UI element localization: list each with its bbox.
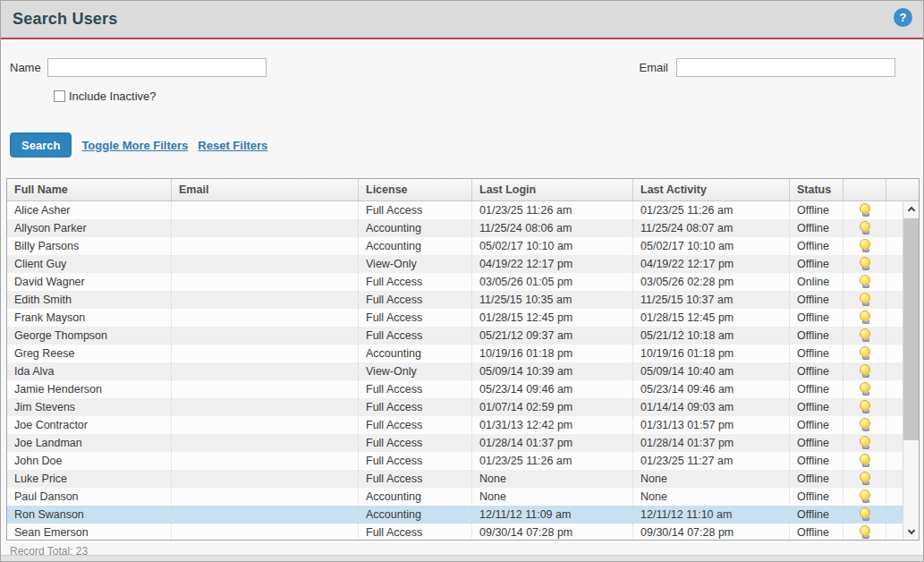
cell-full-name: Joe Contractor — [7, 416, 172, 434]
lightbulb-icon[interactable] — [860, 364, 870, 375]
cell-last-activity: 03/05/26 02:28 pm — [633, 273, 790, 291]
table-row[interactable]: Allyson ParkerAccounting11/25/24 08:06 a… — [7, 219, 919, 237]
table-row[interactable]: Joe ContractorFull Access01/31/13 12:42 … — [7, 416, 919, 434]
table-row[interactable]: Frank MaysonFull Access01/28/15 12:45 pm… — [7, 309, 919, 327]
column-header-license[interactable]: License — [359, 179, 472, 200]
cell-last-activity: None — [633, 488, 790, 506]
column-header-last-activity[interactable]: Last Activity — [633, 179, 790, 200]
toggle-more-filters-link[interactable]: Toggle More Filters — [81, 139, 188, 152]
cell-full-name: Edith Smith — [7, 291, 172, 309]
cell-license: Accounting — [359, 345, 472, 362]
lightbulb-icon[interactable] — [860, 257, 870, 268]
scroll-up-button[interactable] — [903, 201, 919, 217]
table-row[interactable]: Edith SmithFull Access11/25/15 10:35 am1… — [7, 291, 919, 309]
lightbulb-icon[interactable] — [860, 490, 870, 500]
users-table: Full Name Email License Last Login Last … — [6, 178, 920, 541]
column-header-status[interactable]: Status — [790, 179, 843, 200]
lightbulb-icon[interactable] — [860, 525, 870, 536]
cell-license: Full Access — [359, 327, 472, 345]
cell-full-name: David Wagner — [7, 273, 172, 291]
cell-icon — [843, 273, 886, 291]
cell-icon — [843, 345, 886, 362]
column-header-full-name[interactable]: Full Name — [7, 179, 172, 200]
cell-last-activity: 01/31/13 01:57 pm — [633, 416, 790, 434]
table-row[interactable]: Client GuyView-Only04/19/22 12:17 pm04/1… — [7, 255, 919, 273]
scrollbar-thumb[interactable] — [903, 218, 919, 440]
cell-last-activity: 04/19/22 12:17 pm — [633, 255, 790, 273]
cell-last-login: 04/19/22 12:17 pm — [472, 255, 633, 273]
cell-icon — [843, 398, 886, 416]
table-row[interactable]: Ron SwansonAccounting12/11/12 11:09 am12… — [7, 506, 919, 524]
lightbulb-icon[interactable] — [860, 328, 870, 339]
table-row[interactable]: Paul DansonAccountingNoneNoneOffline — [7, 488, 919, 506]
cell-email — [172, 416, 359, 434]
lightbulb-icon[interactable] — [860, 418, 870, 429]
cell-icon — [843, 506, 886, 524]
cell-status: Offline — [790, 380, 843, 398]
include-inactive-checkbox[interactable] — [54, 90, 65, 102]
cell-license: Full Access — [359, 291, 472, 309]
cell-license: View-Only — [359, 362, 472, 380]
column-header-last-login[interactable]: Last Login — [472, 179, 633, 200]
title-bar: Search Users ? — [1, 1, 923, 39]
table-row[interactable]: Alice AsherFull Access01/23/25 11:26 am0… — [7, 201, 919, 219]
cell-status: Offline — [790, 398, 843, 416]
cell-icon — [843, 488, 886, 506]
filter-row-actions: Search Toggle More Filters Reset Filters — [10, 132, 923, 158]
table-row[interactable]: Luke PriceFull AccessNoneNoneOffline — [7, 470, 919, 488]
cell-last-activity: 09/30/14 07:28 pm — [633, 524, 790, 540]
table-row[interactable]: Sean EmersonFull Access09/30/14 07:28 pm… — [7, 524, 919, 540]
lightbulb-icon[interactable] — [860, 454, 870, 464]
cell-license: Full Access — [359, 380, 472, 398]
cell-license: View-Only — [359, 255, 472, 273]
table-row[interactable]: Ida AlvaView-Only05/09/14 10:39 am05/09/… — [7, 362, 919, 380]
lightbulb-icon[interactable] — [860, 472, 870, 482]
table-row[interactable]: Billy ParsonsAccounting05/02/17 10:10 am… — [7, 237, 919, 255]
cell-last-login: 01/31/13 12:42 pm — [472, 416, 633, 434]
lightbulb-icon[interactable] — [860, 203, 870, 214]
table-row[interactable]: Jamie HendersonFull Access05/23/14 09:46… — [7, 380, 919, 398]
cell-icon — [843, 434, 886, 452]
name-input[interactable] — [47, 58, 267, 77]
lightbulb-icon[interactable] — [860, 346, 870, 357]
lightbulb-icon[interactable] — [860, 311, 870, 321]
search-button[interactable]: Search — [10, 132, 72, 158]
cell-email — [172, 488, 359, 506]
table-row[interactable]: Jim StevensFull Access01/07/14 02:59 pm0… — [7, 398, 919, 416]
table-row[interactable]: David WagnerFull Access03/05/26 01:05 pm… — [7, 273, 919, 291]
reset-filters-link[interactable]: Reset Filters — [198, 139, 267, 152]
vertical-scrollbar[interactable] — [903, 201, 919, 540]
lightbulb-icon[interactable] — [860, 293, 870, 303]
table-row[interactable]: George ThompsonFull Access05/21/12 09:37… — [7, 327, 919, 345]
lightbulb-icon[interactable] — [860, 382, 870, 393]
cell-status: Offline — [790, 470, 843, 488]
cell-icon — [843, 327, 886, 345]
table-row[interactable]: Greg ReeseAccounting10/19/16 01:18 pm10/… — [7, 345, 919, 362]
lightbulb-icon[interactable] — [860, 239, 870, 250]
column-header-email[interactable]: Email — [172, 179, 359, 200]
cell-last-activity: 01/23/25 11:26 am — [633, 201, 790, 219]
cell-email — [172, 452, 359, 470]
cell-status: Offline — [790, 291, 843, 309]
lightbulb-icon[interactable] — [860, 436, 870, 447]
cell-email — [172, 362, 359, 380]
help-icon[interactable]: ? — [894, 8, 912, 27]
cell-status: Offline — [790, 506, 843, 524]
lightbulb-icon[interactable] — [860, 275, 870, 285]
lightbulb-icon[interactable] — [860, 221, 870, 232]
cell-last-login: 05/09/14 10:39 am — [472, 362, 633, 380]
table-row[interactable]: Joe LandmanFull Access01/28/14 01:37 pm0… — [7, 434, 919, 452]
cell-status: Offline — [790, 255, 843, 273]
column-header-filler — [886, 179, 919, 200]
cell-last-activity: None — [633, 470, 790, 488]
cell-last-login: 05/21/12 09:37 am — [472, 327, 633, 345]
lightbulb-icon[interactable] — [860, 507, 870, 518]
scroll-down-button[interactable] — [903, 524, 919, 540]
lightbulb-icon[interactable] — [860, 400, 870, 411]
cell-email — [172, 327, 359, 345]
cell-full-name: Jamie Henderson — [7, 380, 172, 398]
email-input[interactable] — [676, 58, 895, 77]
table-row[interactable]: John DoeFull Access01/23/25 11:26 am01/2… — [7, 452, 919, 470]
cell-last-activity: 01/23/25 11:27 am — [633, 452, 790, 470]
chevron-down-icon — [907, 527, 914, 534]
